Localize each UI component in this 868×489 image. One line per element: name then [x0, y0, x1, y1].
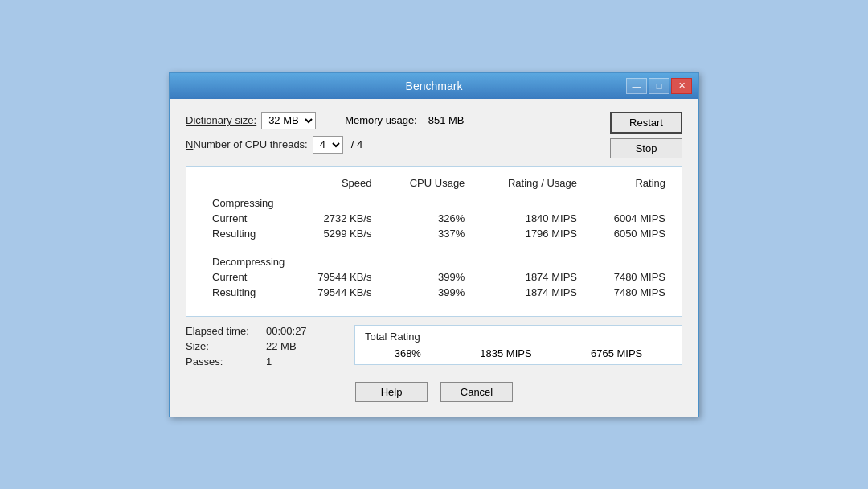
elapsed-value: 00:00:27 — [266, 325, 307, 337]
memory-value: 851 MB — [428, 114, 477, 126]
compress-resulting-speed: 5299 KB/s — [287, 226, 379, 241]
col-header-rating-usage: Rating / Usage — [471, 175, 583, 191]
top-left: Dictionary size: 32 MB Memory usage: 851… — [186, 112, 610, 160]
help-button[interactable]: Help — [355, 382, 428, 402]
decompress-resulting-label: Resulting — [196, 285, 287, 300]
spacer-row — [196, 241, 672, 249]
decompress-resulting-rating-usage: 1874 MIPS — [471, 285, 583, 300]
size-label: Size: — [186, 340, 266, 352]
decompressing-section-header: Decompressing — [196, 249, 672, 269]
total-rating-cpu: 368% — [395, 347, 421, 360]
window-content: Dictionary size: 32 MB Memory usage: 851… — [170, 99, 698, 417]
decompress-current-speed: 79544 KB/s — [287, 269, 379, 285]
action-buttons: Restart Stop — [610, 112, 682, 158]
minimize-button[interactable]: — — [626, 78, 647, 94]
compressing-section-header: Compressing — [196, 191, 672, 211]
decompress-resulting-rating: 7480 MIPS — [583, 285, 672, 300]
size-row: Size: 22 MB — [186, 340, 346, 352]
threads-select[interactable]: 4 — [313, 136, 343, 154]
passes-value: 1 — [266, 355, 272, 368]
col-header-speed: Speed — [287, 175, 379, 191]
bottom-section: Elapsed time: 00:00:27 Size: 22 MB Passe… — [186, 325, 682, 371]
elapsed-row: Elapsed time: 00:00:27 — [186, 325, 346, 337]
cancel-button[interactable]: Cancel — [440, 382, 513, 402]
elapsed-label: Elapsed time: — [186, 325, 266, 337]
table-header-row: Speed CPU Usage Rating / Usage Rating — [196, 175, 672, 191]
compress-resulting-rating-usage: 1796 MIPS — [471, 226, 583, 241]
table-row: Current 2732 KB/s 326% 1840 MIPS 6004 MI… — [196, 211, 672, 226]
col-header-label — [196, 175, 287, 191]
footer-buttons: Help Cancel — [186, 379, 682, 405]
stats-section: Elapsed time: 00:00:27 Size: 22 MB Passe… — [186, 325, 346, 371]
compress-resulting-cpu: 337% — [378, 226, 471, 241]
col-header-rating: Rating — [583, 175, 672, 191]
benchmark-window: Benchmark — □ ✕ Dictionary size: 32 MB M… — [169, 72, 699, 417]
passes-label: Passes: — [186, 355, 266, 368]
decompressing-label: Decompressing — [196, 249, 672, 269]
dictionary-select[interactable]: 32 MB — [261, 112, 316, 129]
window-controls: — □ ✕ — [626, 78, 692, 94]
decompress-current-cpu: 399% — [378, 269, 471, 285]
table-row: Resulting 5299 KB/s 337% 1796 MIPS 6050 … — [196, 226, 672, 241]
compress-current-rating: 6004 MIPS — [583, 211, 672, 226]
decompress-resulting-speed: 79544 KB/s — [287, 285, 379, 300]
compress-current-speed: 2732 KB/s — [287, 211, 379, 226]
total-rating-rating: 6765 MIPS — [591, 347, 642, 360]
decompress-current-rating: 7480 MIPS — [583, 269, 672, 285]
passes-row: Passes: 1 — [186, 355, 346, 368]
benchmark-results-area: Speed CPU Usage Rating / Usage Rating Co… — [186, 166, 682, 317]
total-rating-title: Total Rating — [365, 331, 672, 343]
threads-max: / 4 — [351, 138, 362, 150]
memory-label: Memory usage: — [345, 114, 417, 126]
table-row: Current 79544 KB/s 399% 1874 MIPS 7480 M… — [196, 269, 672, 285]
decompress-current-rating-usage: 1874 MIPS — [471, 269, 583, 285]
compress-current-rating-usage: 1840 MIPS — [471, 211, 583, 226]
col-header-cpu: CPU Usage — [378, 175, 471, 191]
close-button[interactable]: ✕ — [671, 78, 692, 94]
maximize-button[interactable]: □ — [649, 78, 669, 94]
total-rating-box: Total Rating 368% 1835 MIPS 6765 MIPS — [354, 325, 682, 365]
total-rating-values: 368% 1835 MIPS 6765 MIPS — [365, 347, 672, 360]
window-title: Benchmark — [170, 80, 698, 92]
results-table: Speed CPU Usage Rating / Usage Rating Co… — [196, 175, 672, 300]
size-value: 22 MB — [266, 340, 297, 352]
threads-row: NNumber of CPU threads: 4 / 4 — [186, 136, 610, 154]
compress-resulting-label: Resulting — [196, 226, 287, 241]
total-rating-rating-usage: 1835 MIPS — [480, 347, 531, 360]
decompress-current-label: Current — [196, 269, 287, 285]
compress-current-cpu: 326% — [378, 211, 471, 226]
threads-label: NNumber of CPU threads: — [186, 138, 308, 150]
restart-button[interactable]: Restart — [610, 112, 682, 134]
dictionary-row: Dictionary size: 32 MB Memory usage: 851… — [186, 112, 610, 129]
title-bar: Benchmark — □ ✕ — [170, 73, 698, 99]
stop-button[interactable]: Stop — [610, 138, 682, 158]
compress-current-label: Current — [196, 211, 287, 226]
dictionary-label: Dictionary size: — [186, 114, 256, 126]
decompress-resulting-cpu: 399% — [378, 285, 471, 300]
compress-resulting-rating: 6050 MIPS — [583, 226, 672, 241]
compressing-label: Compressing — [196, 191, 672, 211]
table-row: Resulting 79544 KB/s 399% 1874 MIPS 7480… — [196, 285, 672, 300]
top-section: Dictionary size: 32 MB Memory usage: 851… — [186, 112, 682, 160]
